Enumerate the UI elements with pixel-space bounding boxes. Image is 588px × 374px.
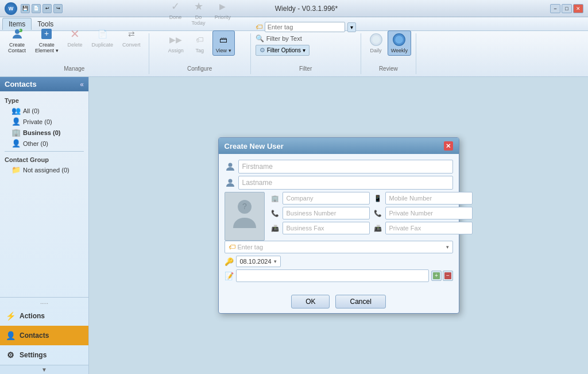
contacts-nav-label: Contacts xyxy=(20,331,49,340)
modal-footer: OK Cancel xyxy=(219,290,459,313)
form-main-area: ? 🏢 xyxy=(225,192,453,241)
photo-placeholder: ? xyxy=(225,192,265,241)
tag-input-area[interactable]: 🏷 Enter tag ▾ xyxy=(225,241,453,253)
sidebar: Contacts « Type 👥 All (0) 👤 Private (0) … xyxy=(0,77,89,374)
convert-button[interactable]: ⇄ Convert xyxy=(119,25,144,50)
convert-icon: ⇄ xyxy=(125,27,138,41)
contacts-nav-icon: 👤 xyxy=(5,330,16,341)
duplicate-label: Duplicate xyxy=(92,42,114,48)
sidebar-bottom: ..... ⚡ Actions 👤 Contacts ⚙ Settings ▼ xyxy=(0,297,88,374)
note-icon: 📝 xyxy=(225,272,234,280)
toolbar-configure-group: ✓ Done ★ DoToday ▶ Priority ▶▶ Assign 🏷 … xyxy=(149,33,251,74)
firstname-icon xyxy=(225,161,236,172)
undo-icon[interactable]: ↩ xyxy=(42,4,52,13)
daily-button[interactable]: Daily xyxy=(366,30,386,56)
minimize-button[interactable]: − xyxy=(550,4,560,13)
business-number-field: 📞 xyxy=(269,207,370,219)
window-controls: − □ ✕ xyxy=(550,4,583,13)
filter-text-label: Filter by Text xyxy=(266,35,302,42)
tag-label: Tag xyxy=(195,48,204,53)
sidebar-collapse-button[interactable]: « xyxy=(80,80,84,88)
private-contacts-icon: 👤 xyxy=(11,117,21,126)
date-row: 🔑 08.10.2024 ▾ xyxy=(225,256,453,267)
settings-nav-icon: ⚙ xyxy=(5,349,16,361)
date-dropdown-arrow: ▾ xyxy=(274,259,277,264)
do-today-button[interactable]: ★ DoToday xyxy=(188,0,209,28)
company-input[interactable] xyxy=(283,192,370,205)
modal-close-button[interactable]: ✕ xyxy=(444,141,453,151)
nav-item-settings[interactable]: ⚙ Settings xyxy=(0,345,88,365)
sidebar-item-business[interactable]: 🏢 Business (0) xyxy=(2,127,86,138)
private-number-field: 📞 xyxy=(372,207,473,219)
do-today-icon: ★ xyxy=(192,0,206,13)
close-button[interactable]: ✕ xyxy=(573,4,583,13)
date-input-area[interactable]: 08.10.2024 ▾ xyxy=(236,256,281,267)
delete-label: Delete xyxy=(68,42,83,48)
filter-tag-input[interactable] xyxy=(265,22,345,32)
all-contacts-icon: 👥 xyxy=(11,106,21,115)
redo-icon[interactable]: ↪ xyxy=(53,4,63,13)
lastname-input[interactable] xyxy=(238,176,453,190)
view-button[interactable]: 🗃 View ▾ xyxy=(212,30,235,56)
business-number-input[interactable] xyxy=(283,207,370,219)
svg-text:+: + xyxy=(435,272,438,279)
actions-nav-icon: ⚡ xyxy=(5,310,16,322)
business-fax-input[interactable] xyxy=(283,222,370,234)
modal-body: ? 🏢 xyxy=(219,154,459,290)
private-number-input[interactable] xyxy=(385,207,473,219)
svg-text:+: + xyxy=(44,29,49,38)
create-contact-label: CreateContact xyxy=(8,42,26,53)
private-fax-input[interactable] xyxy=(385,222,473,234)
tag-button[interactable]: 🏷 Tag xyxy=(189,30,210,56)
business-fax-field: 📠 xyxy=(269,222,370,234)
mobile-input[interactable] xyxy=(385,192,473,205)
sidebar-item-not-assigned[interactable]: 📁 Not assigned (0) xyxy=(2,164,86,175)
nav-item-contacts[interactable]: 👤 Contacts xyxy=(0,326,88,345)
note-add-button[interactable]: + xyxy=(431,271,442,281)
contact-group-label: Contact Group xyxy=(2,154,86,164)
filter-tag-dropdown[interactable]: ▾ xyxy=(347,22,356,32)
modal-overlay: Create New User ✕ xyxy=(89,77,588,374)
save-icon[interactable]: 💾 xyxy=(21,4,30,13)
sidebar-divider xyxy=(5,151,84,152)
filter-tag-row: 🏷 ▾ xyxy=(256,22,356,32)
private-contacts-label: Private (0) xyxy=(23,118,52,125)
not-assigned-label: Not assigned (0) xyxy=(23,167,69,173)
sidebar-item-private[interactable]: 👤 Private (0) xyxy=(2,116,86,127)
priority-icon: ▶ xyxy=(216,0,230,13)
company-field: 🏢 xyxy=(269,192,370,205)
create-contact-button[interactable]: + CreateContact xyxy=(5,25,29,56)
sidebar-item-other[interactable]: 👤 Other (0) xyxy=(2,138,86,149)
save2-icon[interactable]: 📄 xyxy=(32,4,41,13)
sidebar-title: Contacts xyxy=(5,80,37,88)
assign-button[interactable]: ▶▶ Assign xyxy=(165,30,187,56)
ok-button[interactable]: OK xyxy=(291,295,330,309)
create-element-icon: + xyxy=(40,27,53,41)
note-remove-button[interactable]: − xyxy=(443,271,453,281)
priority-button[interactable]: ▶ Priority xyxy=(211,0,234,22)
assign-icon: ▶▶ xyxy=(169,33,183,47)
svg-text:−: − xyxy=(446,272,450,279)
title-bar-icons: 💾 📄 ↩ ↪ xyxy=(21,4,63,13)
filter-options-button[interactable]: ⚙ Filter Options ▾ xyxy=(256,45,310,56)
modal-header: Create New User ✕ xyxy=(219,138,459,154)
view-label: View ▾ xyxy=(216,48,231,53)
delete-icon: ✕ xyxy=(68,27,82,41)
cancel-button[interactable]: Cancel xyxy=(335,295,385,309)
firstname-row xyxy=(225,160,453,173)
sidebar-bottom-arrow[interactable]: ▼ xyxy=(0,365,88,374)
done-button[interactable]: ✓ Done xyxy=(165,0,186,22)
manage-buttons: + CreateContact + CreateElement ▾ ✕ Dele… xyxy=(5,25,144,65)
other-contacts-label: Other (0) xyxy=(23,140,48,147)
weekly-button[interactable]: Weekly xyxy=(388,30,411,56)
delete-button[interactable]: ✕ Delete xyxy=(64,25,86,50)
settings-nav-label: Settings xyxy=(20,351,47,359)
maximize-button[interactable]: □ xyxy=(562,4,572,13)
create-element-button[interactable]: + CreateElement ▾ xyxy=(32,25,62,56)
firstname-input[interactable] xyxy=(238,160,453,173)
convert-label: Convert xyxy=(122,42,141,48)
duplicate-button[interactable]: 📄 Duplicate xyxy=(88,25,117,50)
sidebar-item-all[interactable]: 👥 All (0) xyxy=(2,105,86,116)
nav-item-actions[interactable]: ⚡ Actions xyxy=(0,306,88,326)
note-textarea[interactable] xyxy=(236,269,429,282)
